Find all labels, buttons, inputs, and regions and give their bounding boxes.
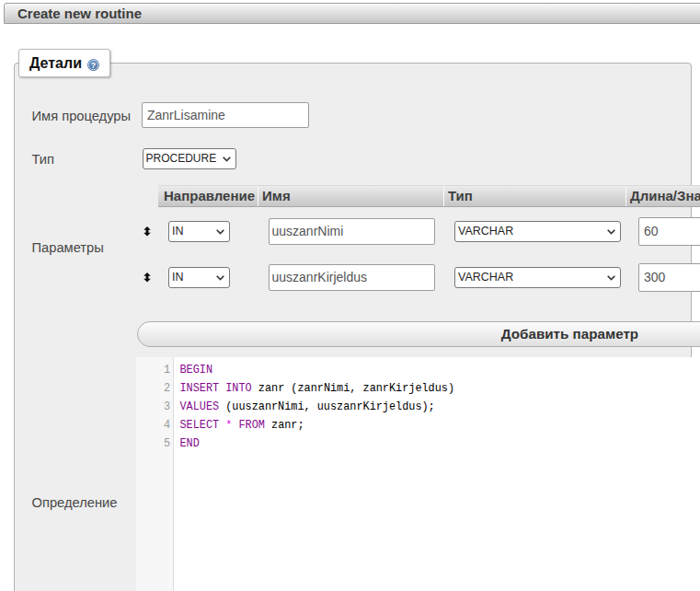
svg-text:?: ? — [91, 61, 97, 70]
